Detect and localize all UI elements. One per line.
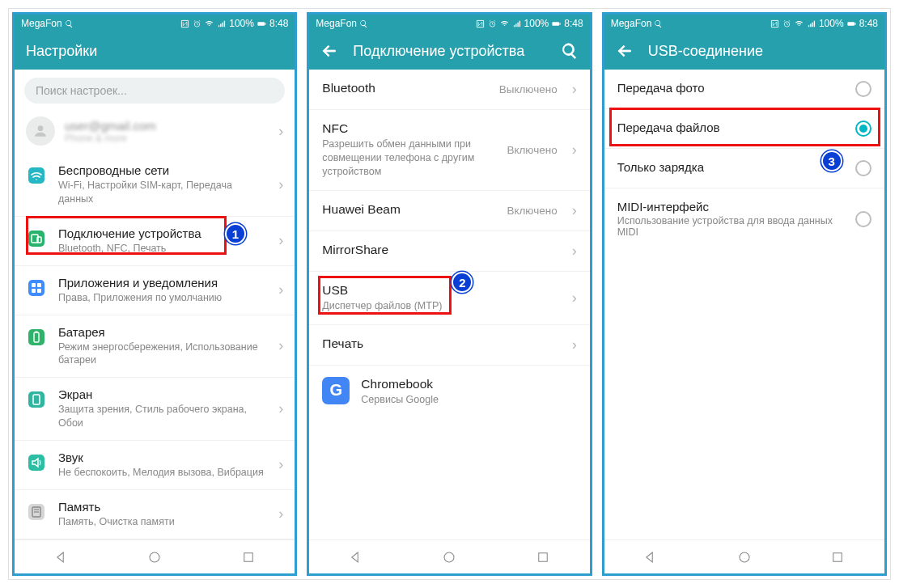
- display-icon: [27, 390, 46, 409]
- row-security[interactable]: Безопасность и конфиденциальностьДатчик …: [15, 539, 295, 539]
- radio-off[interactable]: [855, 160, 871, 176]
- settings-search-input[interactable]: Поиск настроек...: [24, 78, 285, 104]
- svg-rect-26: [553, 22, 560, 26]
- wifi-icon: [795, 19, 804, 28]
- row-chromebook[interactable]: G ChromebookСервисы Google: [309, 366, 589, 418]
- chevron-right-icon: ›: [278, 337, 283, 354]
- row-storage[interactable]: ПамятьПамять, Очистка памяти ›: [15, 489, 295, 539]
- nav-home-icon[interactable]: [737, 550, 752, 565]
- alarm-icon: [193, 19, 201, 28]
- svg-rect-1: [257, 22, 265, 26]
- profile-sub: Phone & more: [65, 133, 269, 144]
- svg-rect-9: [37, 283, 41, 287]
- chevron-right-icon: ›: [572, 81, 577, 98]
- row-nfc[interactable]: NFCРазрешить обмен данными при совмещени…: [309, 110, 589, 191]
- row-mirrorshare[interactable]: MirrorShare ›: [309, 231, 589, 272]
- nav-bar: [309, 539, 589, 573]
- apps-icon: [27, 278, 46, 298]
- battery-icon: [257, 19, 266, 28]
- nav-back-icon[interactable]: [643, 550, 658, 565]
- nav-recent-icon[interactable]: [536, 550, 550, 565]
- row-bluetooth[interactable]: Bluetooth Выключено ›: [309, 70, 589, 110]
- chevron-right-icon: ›: [572, 290, 577, 307]
- profile-name: user@gmail.com: [65, 119, 269, 133]
- battery-icon: [552, 19, 561, 28]
- row-device-connection[interactable]: Подключение устройстваBluetooth, NFC, Пе…: [15, 216, 295, 265]
- signal-icon: [512, 19, 521, 28]
- row-display[interactable]: ЭкранЗащита зрения, Стиль рабочего экран…: [15, 377, 295, 440]
- sound-icon: [27, 453, 46, 472]
- bluetooth-status: Выключено: [499, 83, 558, 95]
- svg-rect-7: [28, 280, 45, 296]
- google-icon: G: [322, 377, 350, 404]
- search-button[interactable]: [561, 42, 579, 60]
- row-usb[interactable]: USBДиспетчер файлов (MTP) ›: [309, 272, 589, 325]
- status-bar: MegaFon 100% 8:48: [604, 15, 884, 32]
- clock-label: 8:48: [269, 18, 288, 29]
- svg-rect-29: [539, 552, 548, 561]
- alarm-icon: [782, 19, 791, 28]
- nfc-status: Включено: [507, 144, 557, 156]
- chevron-right-icon: ›: [278, 456, 283, 473]
- header-title: Настройки: [26, 43, 97, 60]
- chevron-right-icon: ›: [278, 400, 283, 417]
- nav-bar: [604, 539, 884, 573]
- row-print[interactable]: Печать ›: [309, 325, 589, 366]
- profile-row[interactable]: user@gmail.com Phone & more ›: [15, 108, 295, 154]
- nav-recent-icon[interactable]: [241, 550, 256, 565]
- marker-3: 3: [821, 150, 842, 171]
- status-bar: MegaFon 100% 8:48: [15, 15, 295, 32]
- row-huawei-beam[interactable]: Huawei Beam Включено ›: [309, 191, 589, 231]
- svg-rect-15: [28, 391, 45, 408]
- svg-rect-4: [28, 231, 45, 247]
- nav-recent-icon[interactable]: [830, 550, 845, 565]
- chevron-right-icon: ›: [278, 123, 283, 140]
- status-bar: MegaFon 100% 8:48: [309, 15, 589, 32]
- svg-rect-2: [265, 23, 265, 24]
- chevron-right-icon: ›: [572, 243, 577, 260]
- devices-icon: [27, 229, 46, 248]
- svg-rect-14: [36, 331, 38, 332]
- phone-settings-main: MegaFon 100% 8:48 Настройки Поиск настро…: [12, 12, 297, 576]
- svg-rect-34: [833, 552, 842, 561]
- phone-usb-connection: MegaFon 100% 8:48 USB-соединение Передач…: [602, 12, 887, 576]
- row-battery[interactable]: БатареяРежим энергосбережения, Использов…: [15, 315, 295, 378]
- header: Подключение устройства: [309, 32, 589, 70]
- chevron-right-icon: ›: [572, 202, 577, 219]
- nfc-icon: [476, 19, 485, 28]
- radio-off[interactable]: [855, 211, 871, 227]
- svg-rect-10: [32, 289, 36, 293]
- row-file-transfer[interactable]: Передача файлов: [604, 109, 884, 149]
- battery-label: 100%: [229, 18, 254, 29]
- back-button[interactable]: [320, 42, 338, 60]
- marker-1: 1: [225, 223, 246, 244]
- row-midi[interactable]: MIDI-интерфейсИспользование устройства д…: [604, 188, 884, 249]
- radio-on[interactable]: [855, 121, 871, 137]
- chevron-right-icon: ›: [572, 336, 577, 353]
- back-button[interactable]: [616, 42, 634, 60]
- chevron-right-icon: ›: [278, 506, 283, 522]
- beam-status: Включено: [507, 205, 557, 217]
- avatar: [26, 116, 55, 146]
- row-photo-transfer[interactable]: Передача фото: [604, 70, 884, 109]
- nav-back-icon[interactable]: [54, 550, 69, 565]
- nav-back-icon[interactable]: [349, 550, 363, 565]
- nav-home-icon[interactable]: [147, 550, 162, 565]
- svg-rect-11: [37, 289, 41, 293]
- wifi-icon: [205, 19, 214, 28]
- row-charge-only[interactable]: Только зарядка: [604, 149, 884, 188]
- header: Настройки: [15, 32, 295, 70]
- row-sound[interactable]: ЗвукНе беспокоить, Мелодия вызова, Вибра…: [15, 440, 295, 489]
- row-apps[interactable]: Приложения и уведомленияПрава, Приложени…: [15, 265, 295, 315]
- svg-rect-31: [847, 22, 854, 26]
- battery-settings-icon: [27, 328, 46, 347]
- svg-rect-27: [560, 23, 561, 24]
- nfc-icon: [770, 19, 779, 28]
- radio-off[interactable]: [855, 81, 871, 97]
- nav-home-icon[interactable]: [442, 550, 456, 565]
- search-small-icon: [359, 19, 368, 28]
- chevron-right-icon: ›: [278, 176, 283, 193]
- nfc-icon: [180, 19, 189, 28]
- row-wireless[interactable]: Беспроводные сетиWi-Fi, Настройки SIM-ка…: [15, 154, 295, 216]
- chevron-right-icon: ›: [572, 142, 577, 159]
